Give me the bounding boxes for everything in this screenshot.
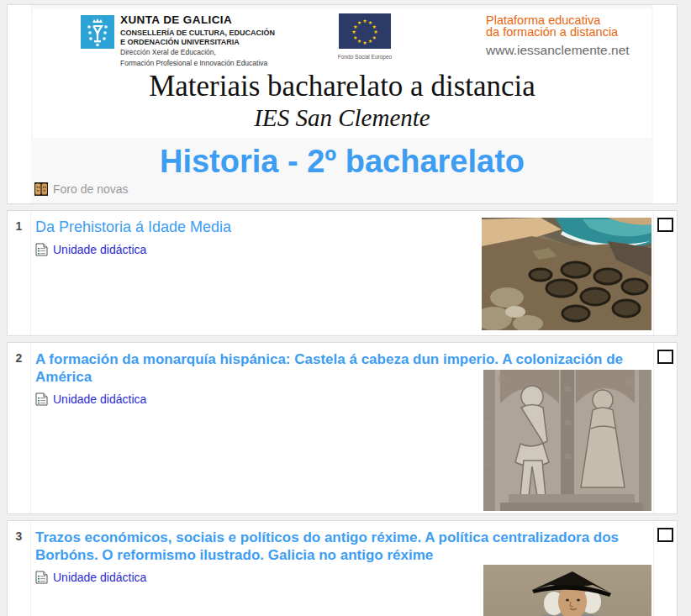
header-main-area: XUNTA DE GALICIA CONSELLERÍA DE CULTURA,… (31, 5, 653, 203)
section-side-right (653, 211, 677, 335)
completion-checkbox[interactable] (657, 218, 673, 232)
svg-text:★: ★ (368, 38, 372, 44)
section-image-castro (482, 218, 651, 330)
course-title: Historia - 2º bacharelato (31, 142, 653, 181)
svg-text:★: ★ (357, 38, 361, 44)
section-side-right (653, 521, 677, 616)
svg-text:★: ★ (353, 34, 357, 40)
xunta-sub-line1: Dirección Xeral de Educación, (120, 48, 275, 56)
platform-line2: da formación a distancia (486, 27, 630, 39)
resource-link[interactable]: Unidade didáctica (53, 571, 146, 584)
news-forum-icon (34, 182, 48, 196)
xunta-title: XUNTA DE GALICIA (120, 14, 275, 26)
section-title-link[interactable]: Trazos económicos, sociais e políticos d… (35, 529, 624, 564)
news-forum-row[interactable]: Foro de novas (34, 182, 653, 196)
platform-url: www.iessanclemente.net (486, 43, 630, 58)
course-section-2: 2 A formación da monarquía hispánica: Ca… (7, 342, 678, 514)
news-forum-link[interactable]: Foro de novas (53, 182, 129, 196)
xunta-sub-line2: Formación Profesional e Innovación Educa… (120, 59, 275, 67)
svg-text:★: ★ (362, 39, 367, 45)
course-banner: XUNTA DE GALICIA CONSELLERÍA DE CULTURA,… (33, 9, 651, 138)
section-number: 1 (8, 211, 31, 335)
eu-flag-caption: Fondo Social Europeo (337, 54, 393, 60)
svg-text:★: ★ (357, 19, 361, 25)
eu-flag-icon: ★★ ★★ ★★ ★★ ★★ ★★ (339, 13, 391, 49)
course-header-box: XUNTA DE GALICIA CONSELLERÍA DE CULTURA,… (7, 4, 678, 204)
banner-subtitle: IES San Clemente (33, 104, 651, 132)
document-icon (35, 392, 48, 406)
course-section-1: 1 Da Prehistoria á Idade Media Unidade d… (7, 210, 678, 336)
document-icon (35, 243, 48, 256)
xunta-text-block: XUNTA DE GALICIA CONSELLERÍA DE CULTURA,… (120, 14, 275, 67)
svg-text:★: ★ (351, 29, 356, 34)
xunta-de-galicia-logo-icon (81, 15, 114, 52)
xunta-dept-line2: E ORDENACIÓN UNIVERSITARIA (120, 38, 275, 47)
header-right-gutter (653, 5, 677, 203)
resource-link[interactable]: Unidade didáctica (53, 243, 146, 256)
svg-text:★: ★ (372, 34, 377, 40)
banner-title: Materiais bacharelato a distancia (33, 70, 651, 103)
section-number: 2 (8, 343, 31, 513)
section-image-relief (483, 370, 651, 511)
document-icon (35, 571, 48, 584)
course-section-3: 3 Trazos económicos, sociais e políticos… (7, 520, 678, 616)
platform-text-block: Plataforma educativa da formación a dist… (486, 15, 630, 58)
eu-flag-block: ★★ ★★ ★★ ★★ ★★ ★★ Fondo Social Europeo (337, 13, 393, 60)
resource-link[interactable]: Unidade didáctica (53, 392, 146, 406)
section-image-portrait (483, 565, 651, 616)
svg-text:★: ★ (362, 18, 367, 24)
completion-checkbox[interactable] (657, 350, 673, 364)
xunta-dept-line1: CONSELLERÍA DE CULTURA, EDUCACIÓN (120, 29, 275, 38)
completion-checkbox[interactable] (657, 528, 673, 542)
header-left-gutter (8, 5, 31, 203)
section-number: 3 (8, 521, 31, 616)
section-side-right (653, 343, 677, 513)
